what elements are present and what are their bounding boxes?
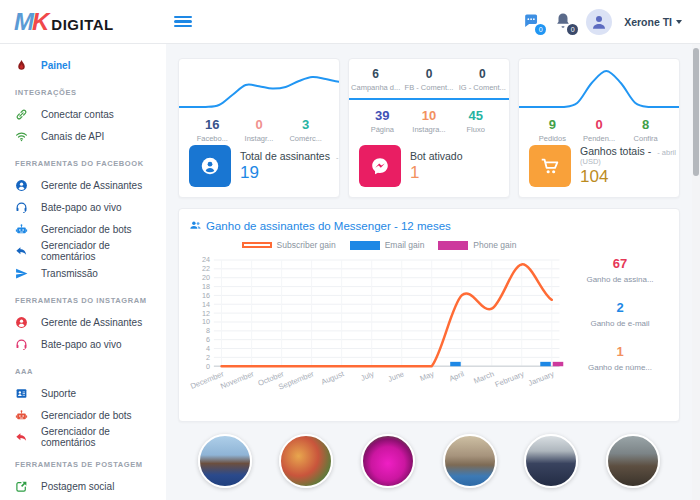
- wifi-icon: [15, 130, 28, 143]
- scrollbar-thumb[interactable]: [693, 48, 699, 176]
- sidebar-item-suporte[interactable]: Suporte: [0, 382, 166, 404]
- stat-pendentes: 0Penden...: [576, 117, 623, 143]
- subscriber-avatar[interactable]: [198, 434, 252, 488]
- stat-campanha: 6Campanha d...: [349, 67, 402, 92]
- legend-label: Subscriber gain: [277, 240, 336, 250]
- stat-fb-comment: 0FB - Coment...: [402, 67, 455, 92]
- stat-instagram: 0Instagr...: [236, 117, 283, 143]
- svg-text:0: 0: [206, 363, 210, 371]
- legend-label: Email gain: [385, 240, 425, 250]
- chat-badge: 0: [535, 24, 546, 35]
- sidebar-item-postagem-social[interactable]: Postagem social: [0, 475, 166, 497]
- subscriber-avatar[interactable]: [443, 434, 497, 488]
- sidebar: Painel INTEGRAÇÕES Conectar contas Canai…: [0, 44, 166, 500]
- sidebar-item-aaa-bots[interactable]: Gerenciador de bots: [0, 404, 166, 426]
- card-bot: 6Campanha d... 0FB - Coment... 0IG - Com…: [348, 58, 510, 198]
- subscriber-avatar[interactable]: [524, 434, 578, 488]
- send-icon: [15, 267, 28, 280]
- messenger-icon: [369, 155, 391, 177]
- sidebar-item-fb-comments[interactable]: Gerenciador de comentários: [0, 240, 166, 262]
- sidebar-item-fb-bots[interactable]: Gerenciador de bots: [0, 218, 166, 240]
- sidebar-item-aaa-comments[interactable]: Gerenciador de comentários: [0, 426, 166, 448]
- robot-icon: [15, 223, 28, 236]
- user-menu[interactable]: Xerone TI: [624, 16, 682, 28]
- section-aaa: AAA: [0, 355, 166, 382]
- legend-item[interactable]: Phone gain: [438, 240, 516, 250]
- legend-swatch: [242, 242, 272, 248]
- card-subscribers: 16Facebo... 0Instagr... 3Comérc... Total…: [178, 58, 340, 198]
- messenger-gain-chart-card: Ganho de assinantes do Messenger - 12 me…: [178, 208, 680, 422]
- page-scrollbar: [692, 44, 700, 500]
- stat-fluxo: 45Fluxo: [452, 108, 499, 134]
- stat-pedidos: 9Pedidos: [529, 117, 576, 143]
- sidebar-item-ig-gerente[interactable]: Gerente de Assinantes: [0, 311, 166, 333]
- stat-instagram2: 10Instagra...: [406, 108, 453, 134]
- svg-text:November: November: [219, 369, 255, 391]
- card-subtitle: - abril: [657, 148, 676, 157]
- svg-text:April: April: [448, 369, 466, 383]
- chat-icon[interactable]: 0: [522, 12, 542, 32]
- bell-badge: 0: [567, 24, 578, 35]
- subscribers-sparkline: [179, 59, 339, 115]
- users-icon: [189, 219, 202, 232]
- logo-text: DIGITAL: [51, 16, 113, 33]
- hamburger-icon[interactable]: [174, 16, 192, 28]
- svg-text:January: January: [527, 369, 556, 388]
- link-icon: [15, 108, 28, 121]
- svg-text:12: 12: [202, 310, 210, 318]
- svg-text:20: 20: [202, 274, 210, 282]
- sidebar-item-canais-api[interactable]: Canais de API: [0, 125, 166, 147]
- subscribers-tile-icon: [189, 145, 231, 187]
- sidebar-item-fb-chat[interactable]: Bate-papo ao vivo: [0, 196, 166, 218]
- stat-confira: 8Confira: [622, 117, 669, 143]
- sidebar-item-fb-gerente[interactable]: Gerente de Assinantes: [0, 174, 166, 196]
- svg-text:May: May: [419, 369, 436, 383]
- chevron-down-icon: [676, 20, 682, 24]
- legend-item[interactable]: Email gain: [350, 240, 425, 250]
- card-title: Ganhos totais -: [580, 145, 651, 157]
- bot-active-count: 1: [410, 163, 463, 183]
- card-title: Total de assinantes: [240, 150, 330, 162]
- headset-icon: [15, 201, 28, 214]
- legend-swatch: [350, 241, 380, 250]
- svg-text:March: March: [472, 369, 495, 385]
- svg-text:18: 18: [202, 283, 210, 291]
- sidebar-item-transmissao[interactable]: Transmissão: [0, 262, 166, 284]
- share-icon: [15, 480, 28, 493]
- chart-legend: Subscriber gainEmail gainPhone gain: [189, 238, 569, 252]
- section-instagram: FERRAMENTAS DO INSTAGRAM: [0, 284, 166, 311]
- stat-facebook: 16Facebo...: [189, 117, 236, 143]
- legend-item[interactable]: Subscriber gain: [242, 240, 336, 250]
- svg-text:2: 2: [206, 354, 210, 362]
- logo-m: M: [14, 8, 32, 36]
- svg-text:December: December: [189, 369, 225, 391]
- stat-ig-comment: 0IG - Coment...: [456, 67, 509, 92]
- subscriber-avatar[interactable]: [279, 434, 333, 488]
- bot-tile-icon: [359, 145, 401, 187]
- svg-text:10: 10: [202, 318, 210, 326]
- user-avatar[interactable]: [586, 9, 612, 35]
- bell-icon[interactable]: 0: [554, 12, 574, 32]
- user-circle-icon: [15, 179, 28, 192]
- legend-swatch: [438, 241, 468, 250]
- app-logo: M K DIGITAL: [0, 8, 166, 36]
- stat-pagina: 39Página: [359, 108, 406, 134]
- section-integracoes: INTEGRAÇÕES: [0, 76, 166, 103]
- subscriber-avatar[interactable]: [606, 434, 660, 488]
- user-circle-icon: [15, 316, 28, 329]
- side-stat-phone-gain: 1Ganho de núme...: [569, 344, 671, 372]
- sidebar-item-painel[interactable]: Painel: [0, 54, 166, 76]
- legend-label: Phone gain: [473, 240, 516, 250]
- flame-icon: [15, 59, 28, 72]
- subscribers-total: 19: [240, 163, 340, 183]
- sidebar-item-conectar-contas[interactable]: Conectar contas: [0, 103, 166, 125]
- recent-subscribers-row: [178, 434, 680, 488]
- stat-comercio: 3Comérc...: [282, 117, 329, 143]
- svg-text:6: 6: [206, 336, 210, 344]
- side-stat-email-gain: 2Ganho de e-mail: [569, 300, 671, 328]
- subscriber-avatar[interactable]: [361, 434, 415, 488]
- sidebar-item-ig-chat[interactable]: Bate-papo ao vivo: [0, 333, 166, 355]
- headset-icon: [15, 338, 28, 351]
- svg-text:14: 14: [202, 301, 210, 309]
- svg-text:August: August: [320, 369, 346, 387]
